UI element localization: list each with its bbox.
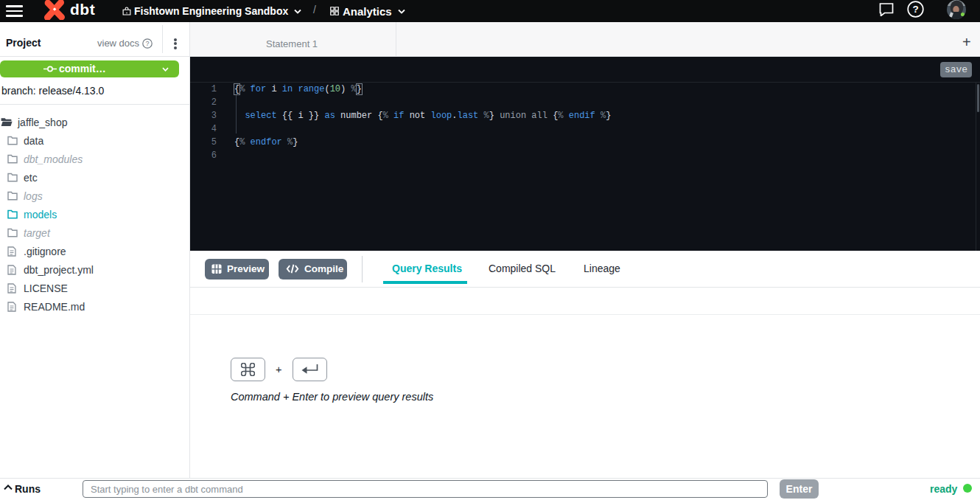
svg-text:?: ? xyxy=(145,40,149,47)
svg-text:?: ? xyxy=(912,4,918,15)
